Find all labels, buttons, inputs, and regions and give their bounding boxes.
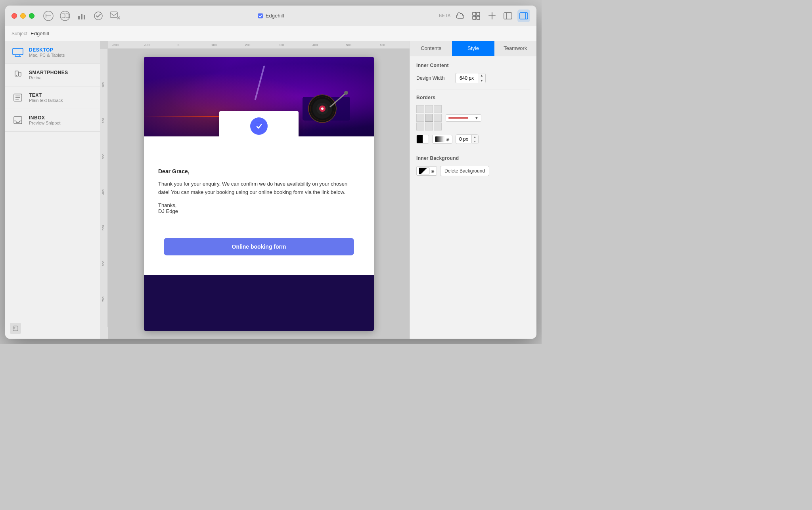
email-cta-section: Online booking form [144,234,374,275]
stepper-up[interactable]: ▲ [478,73,485,78]
svg-rect-2 [78,16,80,19]
svg-text:500: 500 [102,225,105,230]
email-body: Dear Grace, Thank you for your enquiry. … [144,136,374,234]
back-icon[interactable] [42,10,54,22]
design-width-stepper[interactable]: 640 px ▲ ▼ [455,73,486,83]
maximize-button[interactable] [29,13,34,19]
border-width-value: 0 px [456,135,472,143]
traffic-lights [11,13,34,19]
svg-rect-20 [13,48,23,55]
sidebar-item-text[interactable]: TEXT Plain text fallback [5,86,100,109]
subject-label: Subject [11,31,27,36]
border-cell-bl[interactable] [416,123,424,130]
panel-toggle-icon[interactable] [517,10,530,22]
svg-text:500: 500 [346,43,352,47]
smartphones-title: SMARTPHONES [29,70,68,75]
borders-title: Borders [416,95,530,100]
grid-icon[interactable] [470,10,483,22]
close-button[interactable] [11,13,17,19]
message-x-icon[interactable] [109,10,121,22]
border-cell-br[interactable] [434,123,442,130]
tab-contents[interactable]: Contents [410,41,452,56]
delete-background-button[interactable]: Delete Background [440,166,489,176]
text-item-text: TEXT Plain text fallback [29,92,63,103]
signature-line2: DJ Edge [158,208,360,214]
stats-icon[interactable] [76,10,88,22]
desktop-text: DESKTOP Mac, PC & Tablets [29,47,65,58]
tab-teamwork[interactable]: Teamwork [494,41,536,56]
inbox-subtitle: Preview Snippet [29,121,61,125]
border-cell-mr[interactable] [434,114,442,122]
add-icon[interactable] [486,10,498,22]
border-width-up[interactable]: ▲ [472,135,478,139]
sidebar-item-smartphones[interactable]: SMARTPHONES Retina [5,64,100,86]
svg-text:300: 300 [102,153,105,159]
desktop-icon [11,46,24,59]
subject-bar: Subject Edgehill [5,26,536,41]
border-color-picker[interactable]: ◉ [432,135,452,144]
logo-icon [250,117,268,135]
svg-text:200: 200 [102,118,105,123]
svg-rect-3 [81,14,82,19]
tab-style[interactable]: Style [452,41,494,56]
email-body-text: Thank you for your enquiry. We can confi… [158,180,360,197]
svg-point-25 [16,75,17,76]
svg-text:400: 400 [312,43,318,47]
email-preview: Edgehill Edgehill Entertainment Dear Gra… [144,57,374,331]
right-panel: Contents Style Teamwork Inner Content De… [410,41,536,339]
smartphones-subtitle: Retina [29,75,68,80]
cta-button[interactable]: Online booking form [164,238,354,255]
svg-text:-200: -200 [112,43,119,47]
cloud-icon[interactable] [454,10,467,22]
swatch-black [417,135,423,143]
border-cell-center[interactable] [425,114,433,122]
svg-text:100: 100 [211,43,217,47]
smartphones-icon [11,69,24,81]
border-cell-tc[interactable] [425,105,433,113]
inbox-icon [11,114,24,127]
sidebar-item-desktop[interactable]: DESKTOP Mac, PC & Tablets [5,41,100,64]
sidebar-toggle-icon[interactable] [502,10,514,22]
svg-text:-100: -100 [144,43,151,47]
border-width-btns: ▲ ▼ [472,135,478,144]
sidebar-item-inbox[interactable]: INBOX Preview Snippet [5,109,100,132]
design-width-row: Design Width 640 px ▲ ▼ [416,73,530,83]
check-icon[interactable] [92,10,104,22]
borders-section: Borders [416,95,530,144]
border-style-selector[interactable]: ▼ [446,114,481,122]
minimize-button[interactable] [20,13,26,19]
svg-point-67 [255,122,263,130]
svg-rect-4 [84,15,85,19]
svg-text:300: 300 [279,43,284,47]
canvas-area[interactable]: -200 -100 0 100 200 300 400 500 600 700 … [100,41,410,339]
border-cell-ml[interactable] [416,114,424,122]
inner-content-section: Inner Content Design Width 640 px ▲ ▼ [416,63,530,83]
border-cell-tl[interactable] [416,105,424,113]
color-gradient [435,136,444,142]
ruler-horizontal: -200 -100 0 100 200 300 400 500 600 700 … [108,41,410,49]
svg-rect-18 [520,13,528,19]
window-title: Edgehill [258,13,284,19]
border-cell-bc[interactable] [425,123,433,130]
svg-text:400: 400 [102,189,105,195]
titlebar: Edgehill BETA [5,6,536,26]
signature-line1: Thanks, [158,202,360,208]
ruler-vertical: 100 200 300 400 500 600 700 [100,49,108,339]
forward-icon[interactable] [59,10,71,22]
text-subtitle: Plain text fallback [29,98,63,103]
section-divider-1 [416,90,530,90]
border-width-down[interactable]: ▼ [472,139,478,144]
main-area: DESKTOP Mac, PC & Tablets SMARTPHONES Re… [5,41,536,339]
design-width-value: 640 px [456,74,478,82]
border-color-swatch[interactable] [416,135,429,144]
bg-color-picker[interactable]: ◉ [416,166,437,176]
email-hero: Edgehill Edgehill Entertainment [144,57,374,136]
stepper-down[interactable]: ▼ [478,78,485,83]
border-width-stepper[interactable]: 0 px ▲ ▼ [456,134,479,144]
svg-rect-12 [473,16,476,19]
bg-color-gradient [419,167,430,174]
border-cell-tr[interactable] [434,105,442,113]
add-view-button[interactable] [10,323,21,334]
titlebar-right: BETA [439,10,530,22]
svg-point-62 [321,107,324,110]
